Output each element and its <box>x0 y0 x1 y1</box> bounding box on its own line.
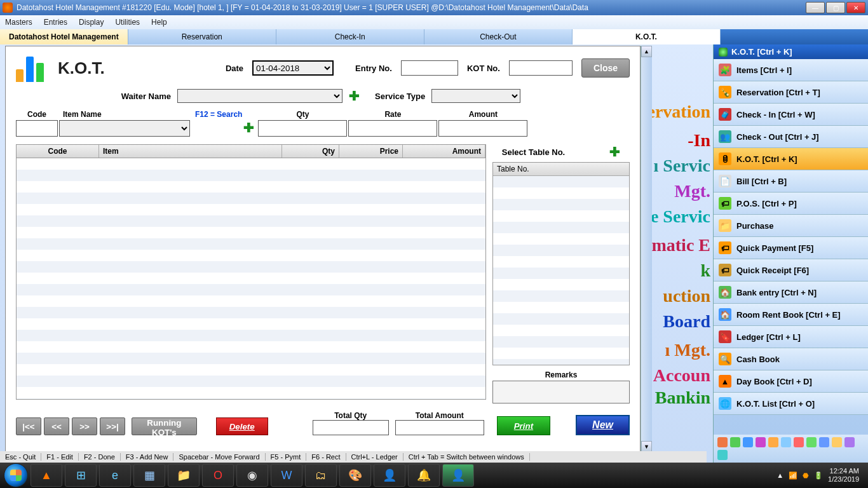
sidebar-item[interactable]: 🏷Quick Payment [F5] <box>714 237 868 259</box>
table-row[interactable] <box>17 284 485 295</box>
table-row[interactable] <box>493 256 629 268</box>
table-row[interactable] <box>17 158 485 170</box>
tray-up-icon[interactable]: ▲ <box>776 471 783 479</box>
table-row[interactable] <box>17 318 485 330</box>
date-select[interactable]: 01-04-2018 <box>252 60 334 76</box>
table-row[interactable] <box>17 238 485 250</box>
mini-icon[interactable] <box>844 437 855 447</box>
table-row[interactable] <box>493 245 629 256</box>
taskbar-paint-icon[interactable]: 🎨 <box>339 464 371 487</box>
menu-display[interactable]: Display <box>79 18 104 27</box>
new-button[interactable]: New <box>576 415 630 435</box>
running-kots-button[interactable]: Running KOT's <box>132 417 197 435</box>
sidebar-item[interactable]: 🏠Bank entry [Ctrl + N] <box>714 281 868 304</box>
table-row[interactable] <box>493 336 629 348</box>
nav-first-button[interactable]: |<< <box>16 417 41 435</box>
sidebar-item[interactable]: ▲Day Book [Ctrl + D] <box>714 370 868 393</box>
sidebar-item[interactable]: 🛢K.O.T. [Ctrl + K] <box>714 148 868 170</box>
table-row[interactable] <box>17 181 485 193</box>
table-row[interactable] <box>493 290 629 302</box>
table-row[interactable] <box>17 376 485 387</box>
tab-reservation[interactable]: Reservation <box>128 29 276 44</box>
mini-icon[interactable] <box>717 437 728 447</box>
print-button[interactable]: Print <box>497 416 550 435</box>
minimize-button[interactable]: — <box>806 2 825 13</box>
sidebar-item[interactable]: 🏷Quick Receipt [F6] <box>714 259 868 281</box>
taskbar-word-icon[interactable]: W <box>271 464 302 487</box>
sidebar-item[interactable]: 📁Purchase <box>714 215 868 237</box>
table-row[interactable] <box>17 204 485 215</box>
maximize-button[interactable]: ▢ <box>826 2 845 13</box>
tray-battery-icon[interactable]: 🔋 <box>814 471 823 480</box>
mini-icon[interactable] <box>717 450 728 460</box>
menu-masters[interactable]: Masters <box>5 18 32 27</box>
delete-button[interactable]: Delete <box>216 417 268 435</box>
add-waiter-icon[interactable]: ✚ <box>349 88 360 104</box>
table-row[interactable] <box>17 353 485 364</box>
table-row[interactable] <box>17 330 485 341</box>
mini-icon[interactable] <box>781 437 791 447</box>
qty-input[interactable] <box>258 120 347 137</box>
table-row[interactable] <box>17 387 485 398</box>
table-row[interactable] <box>493 302 629 313</box>
sidebar-item[interactable]: 📄Bill [Ctrl + B] <box>714 170 868 193</box>
table-row[interactable] <box>493 233 629 245</box>
tab-app[interactable]: Datotahost Hotel Management <box>0 29 128 44</box>
close-button[interactable]: Close <box>581 58 630 78</box>
taskbar-app-icon[interactable]: ⊞ <box>65 464 97 487</box>
taskbar-vlc-icon[interactable]: ▲ <box>31 464 62 487</box>
code-input[interactable] <box>16 120 58 137</box>
tab-kot[interactable]: K.O.T. <box>573 29 721 44</box>
table-row[interactable] <box>493 187 629 199</box>
mini-icon[interactable] <box>743 437 753 447</box>
sidebar-item[interactable]: 🧩Items [Ctrl + I] <box>714 59 868 81</box>
entryno-input[interactable] <box>401 60 458 76</box>
table-row[interactable] <box>493 176 629 187</box>
table-row[interactable] <box>17 364 485 376</box>
sidebar-item[interactable]: 👥Check - Out [Ctrl + J] <box>714 126 868 148</box>
table-row[interactable] <box>17 170 485 181</box>
waiter-select[interactable] <box>177 89 342 103</box>
start-button[interactable] <box>4 463 28 487</box>
table-row[interactable] <box>17 273 485 284</box>
menu-entries[interactable]: Entries <box>44 18 67 27</box>
grid-body[interactable] <box>16 158 486 400</box>
mini-icon[interactable] <box>794 437 804 447</box>
taskbar-opera-icon[interactable]: O <box>202 464 234 487</box>
itemname-select[interactable] <box>59 120 190 137</box>
nav-prev-button[interactable]: << <box>44 417 69 435</box>
table-row[interactable] <box>493 313 629 325</box>
add-item-icon[interactable]: ✚ <box>243 120 254 135</box>
mini-icon[interactable] <box>806 437 817 447</box>
table-grid[interactable]: Table No. <box>492 162 630 365</box>
table-row[interactable] <box>17 193 485 204</box>
table-row[interactable] <box>17 341 485 353</box>
table-row[interactable] <box>493 210 629 222</box>
taskbar-explorer-icon[interactable]: 📁 <box>168 464 200 487</box>
taskbar-app-icon[interactable]: 👤 <box>374 464 405 487</box>
table-row[interactable] <box>493 348 629 359</box>
table-row[interactable] <box>17 307 485 318</box>
mini-icon[interactable] <box>730 437 740 447</box>
sidebar-item[interactable]: 🔖Ledger [Ctrl + L] <box>714 326 868 348</box>
sidebar-item[interactable]: 🧳Check - In [Ctrl + W] <box>714 104 868 126</box>
sidebar-item[interactable]: 🔍Cash Book <box>714 348 868 370</box>
table-row[interactable] <box>493 199 629 210</box>
table-row[interactable] <box>17 398 485 400</box>
tab-checkin[interactable]: Check-In <box>276 29 424 44</box>
taskbar-chrome-icon[interactable]: ◉ <box>236 464 268 487</box>
table-row[interactable] <box>17 295 485 307</box>
kotno-input[interactable] <box>509 60 573 76</box>
mini-icon[interactable] <box>819 437 829 447</box>
scrollbar[interactable]: ▲ ▼ <box>641 46 652 452</box>
table-row[interactable] <box>17 250 485 261</box>
menu-utilities[interactable]: Utilities <box>115 18 140 27</box>
nav-next-button[interactable]: >> <box>72 417 97 435</box>
remarks-input[interactable] <box>492 381 630 403</box>
table-row[interactable] <box>493 325 629 336</box>
table-row[interactable] <box>493 222 629 233</box>
sidebar-item[interactable]: 🏠Room Rent Book [Ctrl + E] <box>714 304 868 326</box>
tab-checkout[interactable]: Check-Out <box>424 29 573 44</box>
table-row[interactable] <box>493 359 629 365</box>
rate-input[interactable] <box>348 120 437 137</box>
